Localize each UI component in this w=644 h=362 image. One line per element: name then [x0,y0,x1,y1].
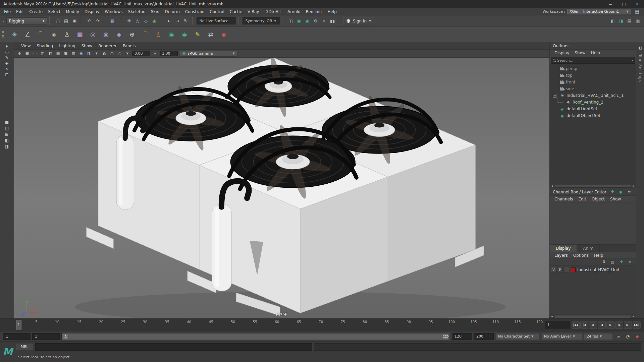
shelf-bind-skin-icon[interactable]: ◈ [48,28,60,41]
range-end-field[interactable]: 120 [452,333,472,340]
character-set-dropdown[interactable]: No Character Set ▼ [495,333,540,340]
tool-settings-toggle-icon[interactable]: ▤ [625,17,634,25]
timeline-tick[interactable]: 65 [279,319,301,331]
viewport-menu-item[interactable]: Panels [120,44,139,48]
outliner-item[interactable]: persp [550,65,636,72]
viewport-gate-mask-icon[interactable]: ◧ [47,50,54,57]
new-empty-layer-icon[interactable]: ✚ [618,259,625,265]
viewport-lighting-icon[interactable]: ☀ [93,50,100,57]
viewport-resolution-gate-icon[interactable]: ◫ [39,50,46,57]
anim-layer-dropdown[interactable]: No Anim Layer ▼ [541,333,582,340]
timeline-tick[interactable]: 20 [82,319,104,331]
symmetry-dropdown[interactable]: Symmetry: Off ▼ [243,17,280,24]
gamma-icon[interactable]: γ [151,50,159,57]
viewport-select-highlight-icon[interactable]: ⊘ [16,50,23,57]
timeline-tick[interactable]: 75 [323,319,345,331]
pause-viewport-icon[interactable]: ▮▮ [328,17,337,25]
outliner-menu-item[interactable]: Display [552,51,572,55]
close-button[interactable]: ✕ [631,0,644,8]
shelf-hik-character-icon[interactable]: ♙ [152,28,164,41]
modeling-toolkit-icon[interactable]: ◧ [608,17,617,25]
channelbox-hyperbolic-icon[interactable]: ≈ [626,189,633,195]
menubar-item[interactable]: Select [45,9,63,14]
menubar-item[interactable]: Help [325,9,339,14]
step-forward-key-button[interactable]: |▶ [615,321,623,329]
timeline-tick[interactable]: 10 [38,319,60,331]
layer-row[interactable]: V P Industrial_HVAC_Unit [550,266,636,274]
make-live-icon[interactable]: ◉ [150,17,159,25]
panel-divider-icon[interactable]: ◧ [637,44,644,51]
paint-select-tool-icon[interactable]: ✎ [5,55,8,60]
timeline-tick[interactable]: 120 [521,319,543,331]
construction-history-icon[interactable]: ↻ [182,17,190,25]
range-slider-track[interactable]: 1 120 [61,333,450,340]
viewport-ao-icon[interactable]: ○ [108,50,116,57]
timeline-tick[interactable]: 70 [301,319,323,331]
step-back-key-button[interactable]: ◀| [589,321,597,329]
scroll-left-icon[interactable]: ◀ [550,185,554,187]
menubar-item[interactable]: Modify [63,9,82,14]
layer-editor-menu-item[interactable]: Options [571,253,591,258]
layout-four-pane-button[interactable]: ⊞ [5,132,9,137]
scene-render[interactable] [14,58,549,318]
sign-in-button[interactable]: ☻ Sign In ▼ [343,17,375,25]
go-to-range-start-button[interactable]: |◀◀ [572,321,580,329]
timeline-tick[interactable]: 105 [455,319,477,331]
step-forward-frame-button[interactable]: ▶| [624,321,632,329]
scale-tool-icon[interactable]: ⊞ [5,72,8,77]
layer-move-icon[interactable]: ⇅ [600,259,607,265]
viewport-field-chart-icon[interactable]: ▤ [54,50,62,57]
layout-hypershade-button[interactable]: ◨ [5,144,9,149]
timeline-tick[interactable]: 110 [477,319,499,331]
outliner-item[interactable]: side [550,85,636,92]
menubar-item[interactable]: V-Ray [245,9,262,14]
shelf-wrap-deformer-icon[interactable]: ◎ [87,28,99,41]
go-to-range-end-button[interactable]: ▶▶| [633,321,641,329]
range-end-field[interactable]: 200 [474,333,494,340]
output-operations-icon[interactable]: ➔ [173,17,182,25]
timeline-tick[interactable]: 115 [499,319,521,331]
shelf-mirror-skin-icon[interactable]: ⇄ [205,28,217,41]
menubar-item[interactable]: File [1,9,13,14]
timeline-tick[interactable]: 50 [213,319,235,331]
outliner-hscrollbar[interactable]: ◀ ▶ [550,184,636,188]
outliner-menu-item[interactable]: Help [588,51,603,55]
play-forwards-button[interactable]: ▶ [606,321,614,329]
shelf-lattice-icon[interactable]: ▦ [74,28,86,41]
snap-curve-icon[interactable]: ⌒ [117,17,125,25]
shelf-constraint-icon[interactable]: ⊕ [126,28,138,41]
timeline-tick[interactable]: 15 [59,319,82,331]
viewport-film-gate-icon[interactable]: ▭ [31,50,39,57]
move-tool-icon[interactable]: ✚ [5,61,8,66]
viewport-canvas[interactable]: persp [14,58,549,318]
layer-editor-menu-item[interactable]: Help [591,253,606,258]
timeline-tick[interactable]: 40 [169,319,192,331]
viewport-menu-item[interactable]: View [18,44,34,48]
mel-command-input[interactable] [35,343,312,351]
search-input[interactable] [557,58,630,63]
workspace-dropdown[interactable]: XGen - Interactive Groom1 ▼ [567,9,631,14]
timeline-tick[interactable]: 25 [103,319,125,331]
viewport-shadows-icon[interactable]: ◐ [101,50,108,57]
gear-icon[interactable]: ⚙ [2,35,5,38]
scrollbar-thumb[interactable] [555,315,631,318]
timeline-tick[interactable]: 100 [433,319,455,331]
playback-loop-icon[interactable]: ∞ [614,333,622,340]
current-time-field[interactable]: 1 [545,321,570,329]
layer-visibility-toggle[interactable]: V [551,267,556,273]
layer-list[interactable]: V P Industrial_HVAC_Unit [550,265,636,314]
render-view-icon[interactable]: ◉ [303,17,312,25]
viewport-menu-item[interactable]: Show [78,44,95,48]
scrollbar-thumb[interactable] [555,185,631,188]
menubar-item[interactable]: Cache [227,9,245,14]
timeline-tick[interactable]: 95 [411,319,433,331]
outliner-tree[interactable]: persp top front [550,64,636,184]
shelf-joint-icon[interactable]: ✳ [8,28,20,41]
hypershade-panel-icon[interactable]: ◨ [617,17,625,25]
command-language-toggle[interactable]: MEL [15,343,34,351]
timeline-tick[interactable]: 55 [235,319,257,331]
channel-box-menu-item[interactable]: Channels [552,197,576,201]
shelf-menu-icon[interactable]: ≡ [2,31,5,34]
step-back-frame-button[interactable]: |◀ [580,321,588,329]
ipr-render-icon[interactable]: ◉ [295,17,303,25]
